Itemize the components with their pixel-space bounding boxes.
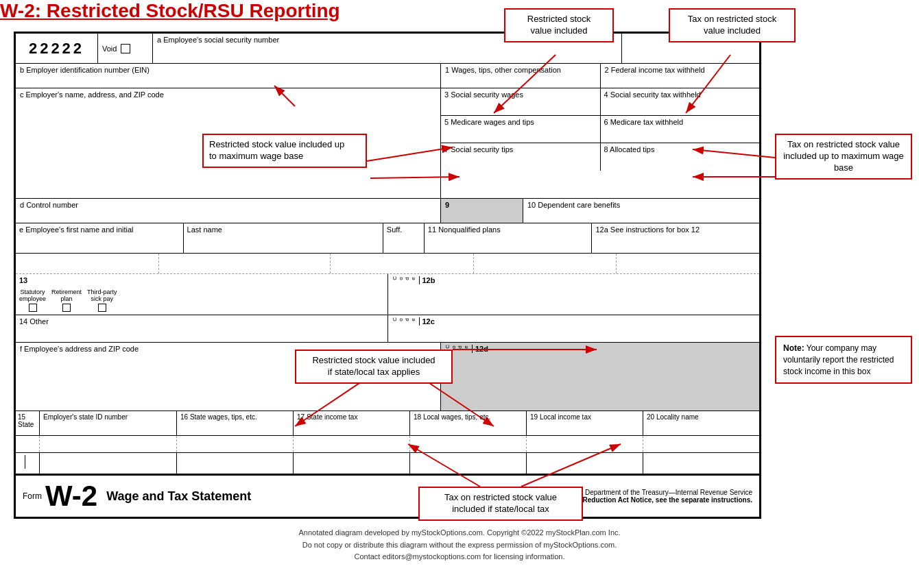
cell-box12b: Code 12b [388,274,760,315]
row-15b [16,453,759,474]
row-d: d Control number 9 10 Dependent care ben… [16,199,759,223]
row-e: e Employee's first name and initial Last… [16,223,759,254]
dashed-cell-1 [16,254,159,273]
dashed-cell-2 [159,254,331,273]
cell-suffix: Suff. [383,223,425,253]
row-box7-8: 7 Social security tips 8 Allocated tips [441,143,759,171]
cell-box10: 10 Dependent care benefits [523,199,759,223]
cell-box9: 9 [441,199,523,223]
cell-box5: 5 Medicare wages and tips [441,116,601,143]
annotation-tax-wagbase: Tax on restricted stock value included u… [775,134,912,180]
cell-box7: 7 Social security tips [441,143,601,171]
cell-box12a: 12a See instructions for box 12 [592,223,759,253]
cell-box16: 16 State wages, tips, etc. [177,411,294,435]
row-box5-6: 5 Medicare wages and tips 6 Medicare tax… [441,116,759,143]
void-checkbox[interactable] [121,44,130,53]
cell-void: Void [98,34,153,63]
row-top: 22222 Void a Employee's social security … [16,34,759,64]
annotation-restricted-wagbase: Restricted stock value included up to ma… [202,134,367,168]
cell-box8: 8 Allocated tips [601,143,760,171]
row-13: 13 Statutory employee Retirement plan Th… [16,274,759,315]
dashed-15a [16,436,40,452]
row-box3-4: 3 Social security wages 4 Social securit… [441,88,759,116]
cell-ein: b Employer identification number (EIN) [16,64,441,88]
retirement-checkbox[interactable] [62,304,71,312]
dashed-cell-5 [617,254,759,273]
row-14: 14 Other Code 12c [16,315,759,343]
thirdparty-checkbox[interactable] [98,304,106,312]
annotation-restricted-top: Restricted stock value included [504,8,614,42]
dashed-row-1 [16,254,759,274]
state-line-f [527,453,643,474]
cell-box3: 3 Social security wages [441,88,601,115]
cell-box12d: Code 12d [441,343,759,411]
w2-form: 22222 Void a Employee's social security … [14,32,761,519]
state-line-a [16,453,40,474]
dashed-cell-3 [331,254,474,273]
cell-box19: 19 Local income tax [527,411,643,435]
cell-box1: 1 Wages, tips, other compensation [441,64,601,88]
cell-box6: 6 Medicare tax withheld [601,116,760,143]
annotation-state-tax-bottom: Tax on restricted stock value included i… [418,487,583,521]
state-line-c [177,453,294,474]
cell-box14: 14 Other [16,315,388,342]
dashed-15g [643,436,759,452]
cell-form-number: 22222 [16,34,98,63]
note-box: Note: Your company may voluntarily repor… [775,336,912,384]
dashed-15d [294,436,410,452]
dashed-15b [40,436,177,452]
cell-box4: 4 Social security tax withheld [601,88,760,115]
cell-box2: 2 Federal income tax withheld [601,64,760,88]
footer: Annotated diagram developed by myStockOp… [0,527,919,563]
state-line-g [643,453,759,474]
state-line-d [294,453,410,474]
checkbox-statutory: Statutory employee [19,289,46,312]
dashed-cell-4 [474,254,617,273]
checkbox-retirement: Retirement plan [51,289,82,312]
dashed-15f [527,436,643,452]
form-bottom: Form W-2 Wage and Tax Statement Departme… [16,474,759,517]
cell-box11: 11 Nonqualified plans [425,223,593,253]
annotation-state-income: Restricted stock value included if state… [295,350,453,384]
page-wrapper: W-2: Restricted Stock/RSU Reporting Rest… [0,0,919,563]
checkbox-thirdparty: Third-party sick pay [87,289,117,312]
checkboxes-row: Statutory employee Retirement plan Third… [19,289,384,312]
cell-box17: 17 State income tax [294,411,410,435]
cell-box18: 18 Local wages, tips, etc. [410,411,527,435]
cell-box15-state: 15 State [16,411,40,435]
state-line-e [410,453,527,474]
cell-box20: 20 Locality name [643,411,759,435]
statutory-checkbox[interactable] [29,304,37,312]
cell-firstname: e Employee's first name and initial [16,223,184,253]
cell-lastname: Last name [184,223,383,253]
row-c: c Employer's name, address, and ZIP code… [16,88,759,199]
col-right-c: 3 Social security wages 4 Social securit… [441,88,759,198]
cell-state-id: Employer's state ID number [40,411,177,435]
row-b: b Employer identification number (EIN) 1… [16,64,759,88]
cell-box12c: Code 12c [388,315,760,342]
state-line-b [40,453,177,474]
form-label: Form W-2 Wage and Tax Statement [23,480,251,513]
dashed-15e [410,436,527,452]
cell-control-number: d Control number [16,199,441,223]
row-15-dashed [16,436,759,453]
cell-box13: 13 Statutory employee Retirement plan Th… [16,274,388,315]
row-15: 15 State Employer's state ID number 16 S… [16,411,759,436]
dashed-15c [177,436,294,452]
annotation-tax-top: Tax on restricted stock value included [669,8,796,42]
